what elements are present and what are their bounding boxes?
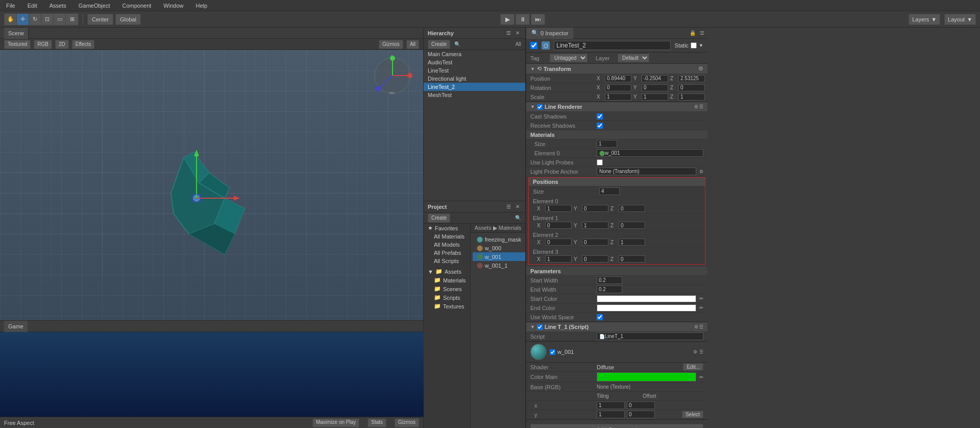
hierarchy-menu-icon[interactable]: ☰ [505,30,512,37]
start-color-picker-icon[interactable]: ✏ [699,296,703,301]
offset-y-input[interactable] [627,411,655,418]
material-active-checkbox[interactable] [550,349,555,355]
hierarchy-create-btn[interactable]: Create [428,40,450,49]
line-renderer-header[interactable]: ▼ Line Renderer ⚙ ☰ [526,102,707,112]
end-color-swatch[interactable] [597,304,696,312]
rotate-tool[interactable]: ↻ [29,14,41,25]
layers-dropdown[interactable]: Layers ▼ [909,14,940,25]
color-main-picker-icon[interactable]: ✏ [699,374,703,380]
project-create-btn[interactable]: Create [428,213,450,223]
transform-header[interactable]: ▼ ⟲ Transform ⚙ [526,64,707,74]
material-w001[interactable]: ⬤ w_001 [473,252,525,261]
menu-file[interactable]: File [4,3,17,9]
receive-shadows-checkbox[interactable] [597,123,603,129]
material-w000[interactable]: ⬤ w_000 [473,244,525,252]
materials-element0-ref[interactable]: ⬤ w_001 [597,149,703,157]
use-light-probes-checkbox[interactable] [597,159,603,165]
start-color-swatch[interactable] [597,295,696,302]
add-component-btn[interactable]: Add Component [530,424,703,428]
material-settings-icon[interactable]: ⚙ [693,349,697,354]
edit-shader-btn[interactable]: Edit... [683,363,703,371]
all-prefabs-item[interactable]: All Prefabs [430,249,470,257]
project-menu-icon[interactable]: ☰ [505,203,512,210]
scene-canvas[interactable]: Y X Iso [0,50,423,320]
hierarchy-item-audiotest[interactable]: AudioTest [424,58,525,66]
center-btn[interactable]: Center [87,14,113,25]
all-scripts-item[interactable]: All Scripts [430,257,470,265]
all-models-item[interactable]: All Models [430,241,470,249]
transform-settings-icon[interactable]: ⚙ [698,65,703,72]
lt1-active-checkbox[interactable] [537,324,543,330]
favorites-item[interactable]: ★ Favorites [424,224,470,232]
all-btn[interactable]: All [406,40,419,49]
assets-root-item[interactable]: ▼ 📁 Assets [424,267,470,276]
twod-btn[interactable]: 2D [55,40,69,49]
scenes-folder-item[interactable]: 📁 Scenes [430,284,470,293]
scl-x-input[interactable] [605,93,631,101]
inspector-lock-icon[interactable]: 🔒 [689,30,696,37]
rgb-btn[interactable]: RGB [34,40,52,49]
maximize-on-play-btn[interactable]: Maximize on Play [312,418,359,427]
elem2-x-input[interactable] [545,239,572,246]
materials-size-input[interactable] [597,140,617,148]
static-dropdown-icon[interactable]: ▼ [699,43,703,48]
hierarchy-item-meshtest[interactable]: MeshTest [424,91,525,99]
play-btn[interactable]: ▶ [500,14,514,25]
elem3-z-input[interactable] [619,255,645,263]
pos-x-input[interactable] [605,75,631,82]
start-width-input[interactable] [597,276,622,284]
project-close-icon[interactable]: ✕ [514,203,521,210]
menu-component[interactable]: Component [120,3,153,9]
tiling-y-input[interactable] [597,411,625,418]
lr-settings-icon[interactable]: ⚙ [694,104,698,109]
textured-btn[interactable]: Textured [4,40,31,49]
lr-menu-icon[interactable]: ☰ [699,104,703,109]
pos-y-input[interactable] [642,75,668,82]
elem0-x-input[interactable] [545,205,572,212]
scale-tool[interactable]: ⊡ [41,14,54,25]
static-checkbox[interactable] [691,42,697,49]
inspector-menu-icon[interactable]: ☰ [698,30,705,37]
hierarchy-item-directional-light[interactable]: Directional light [424,75,525,83]
gizmos-btn[interactable]: Gizmos [379,40,403,49]
elem1-y-input[interactable] [582,222,608,229]
end-color-picker-icon[interactable]: ✏ [699,305,703,311]
transform-tool[interactable]: ⊞ [66,14,78,25]
rot-y-input[interactable] [642,84,668,91]
fx-btn[interactable]: Effects [72,40,94,49]
elem0-y-input[interactable] [582,205,608,212]
pause-btn[interactable]: ⏸ [516,14,530,25]
textures-folder-item[interactable]: 📁 Textures [430,302,470,311]
rot-x-input[interactable] [605,84,631,91]
line-t1-header[interactable]: ▼ Line T_1 (Script) ⚙ ☰ [526,322,707,332]
material-w001-1[interactable]: ⬤ w_001_1 [473,261,525,270]
scl-y-input[interactable] [642,93,668,101]
light-probe-anchor-settings[interactable]: ⚙ [699,169,703,174]
hierarchy-item-main-camera[interactable]: Main Camera [424,50,525,58]
elem2-y-input[interactable] [582,239,608,246]
light-probe-anchor-ref[interactable]: None (Transform) [597,168,696,175]
color-main-swatch[interactable] [597,372,696,382]
tiling-x-input[interactable] [597,401,625,409]
script-ref-box[interactable]: 📄 LineT_1 [597,332,703,340]
elem3-y-input[interactable] [582,255,608,263]
game-gizmos-btn[interactable]: Gizmos [395,418,419,427]
scl-z-input[interactable] [678,93,705,101]
menu-gameobject[interactable]: GameObject [77,3,112,9]
end-width-input[interactable] [597,286,622,293]
inspector-tab[interactable]: 🔍 0 Inspector [526,28,573,39]
rot-z-input[interactable] [678,84,705,91]
lr-active-checkbox[interactable] [537,104,543,110]
hierarchy-item-linetest_2[interactable]: LineTest_2 [424,83,525,91]
elem1-x-input[interactable] [545,222,572,229]
material-menu-icon[interactable]: ☰ [699,349,703,354]
menu-window[interactable]: Window [161,3,185,9]
scripts-folder-item[interactable]: 📁 Scripts [430,293,470,302]
hierarchy-close-icon[interactable]: ✕ [514,30,521,37]
move-tool[interactable]: ✛ [17,14,29,25]
elem1-z-input[interactable] [619,222,645,229]
hierarchy-item-linetest[interactable]: LineTest [424,66,525,75]
global-btn[interactable]: Global [115,14,141,25]
menu-edit[interactable]: Edit [26,3,39,9]
elem3-x-input[interactable] [545,255,572,263]
